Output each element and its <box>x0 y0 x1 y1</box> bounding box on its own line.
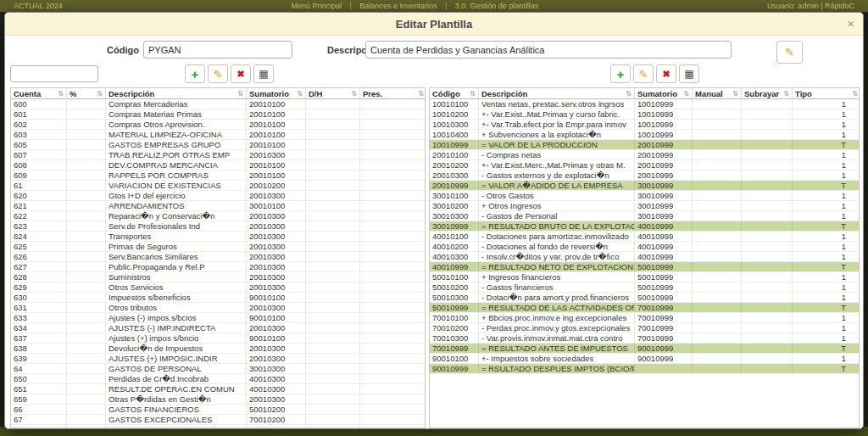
column-header-sumatorio[interactable]: Sumatorio ⇅ <box>635 88 693 98</box>
table-row[interactable]: 631Otros tributos20010300 <box>11 303 425 313</box>
table-row[interactable]: 628Suministros20010300 <box>11 272 425 282</box>
table-row[interactable]: 638Devoluci�n de Impuestos20010300 <box>11 344 425 354</box>
table-row[interactable]: 626Serv.Bancarios Similares20010300 <box>11 252 425 262</box>
sort-icon[interactable]: ⇅ <box>418 90 424 98</box>
table-row[interactable]: 90010100+- Impuestos sobre sociedades900… <box>430 354 859 364</box>
delete-code-button[interactable]: ✖ <box>656 64 676 83</box>
table-row[interactable]: 10010200+- Var.Exist.,Mat.Primas y curso… <box>430 109 859 120</box>
column-header-descripcion[interactable]: Descripción ⇅ <box>106 88 247 98</box>
table-row[interactable]: 10010999= VALOR DE LA PRODUCCION20010999… <box>430 140 859 150</box>
table-row[interactable]: 625Primas de Seguros20010300 <box>11 242 425 252</box>
column-header-sumatorio[interactable]: Sumatorio ⇅ <box>247 88 306 98</box>
nav-menu-principal[interactable]: Menú Principal <box>291 2 342 10</box>
nav-balances-inventarios[interactable]: Balances e Inventarios <box>359 2 437 10</box>
table-row[interactable]: 623Serv.de Profesionales Ind20010300 <box>11 221 425 232</box>
table-row[interactable]: 20010300- Gastos externos y de explotaci… <box>430 170 859 181</box>
table-row[interactable]: 30010300- Gastos de Personal300109991 <box>430 211 859 221</box>
table-row[interactable]: 602Compras Otros Aprovision.20010100 <box>11 120 425 130</box>
column-header-cuenta[interactable]: Cuenta ⇅ <box>11 88 67 98</box>
column-header-descripcion[interactable]: Descripción ⇅ <box>479 88 635 98</box>
table-row[interactable]: 67GASTOS EXCEPCIONALES70010200 <box>11 415 425 425</box>
column-header-subrayar[interactable]: Subrayar ⇅ <box>742 88 793 98</box>
table-row[interactable]: 70010300- Var.provis.inmov.inmat.mat.ctr… <box>430 333 859 344</box>
table-row[interactable]: 30010200+ Otros Ingresos300109991 <box>430 201 859 211</box>
table-row[interactable]: 20010999= VALOR A�ADIDO DE LA EMPRESA300… <box>430 181 859 191</box>
table-row[interactable]: 50010999= RESULTADO DE LAS ACTIVIDADES O… <box>430 303 859 313</box>
table-row[interactable]: 90010999= RSULTADO DESPUES IMPTOS (BCIO/… <box>430 364 859 374</box>
nav-gestion-plantillas[interactable]: 3.0. Gestión de plantillas <box>455 2 539 10</box>
sort-icon[interactable]: ⇅ <box>297 90 303 98</box>
sort-icon[interactable]: ⇅ <box>470 90 476 98</box>
add-code-button[interactable]: + <box>610 64 631 83</box>
descripcion-input[interactable] <box>365 41 732 59</box>
table-row[interactable]: 633Ajustes (-) impos.s/bcios90010100 <box>11 313 425 323</box>
table-row[interactable]: 68DOTACION PARA AMORTIZACIO40010100 <box>11 425 425 428</box>
sort-icon[interactable]: ⇅ <box>683 90 689 98</box>
table-row[interactable]: 10010400+ Subvenciones a la explotaci�n1… <box>430 130 859 140</box>
table-row[interactable]: 70010999= RESULTADO ANTES DE IMPUESTOS90… <box>430 344 859 354</box>
table-row[interactable]: 50010100+ Ingresos financieros500109991 <box>430 272 859 282</box>
table-row[interactable]: 650Perdidas de Cr�d.Incobrab40010300 <box>11 374 425 384</box>
table-row[interactable]: 40010300- Insolv.cr�ditos y var. prov.de… <box>430 252 859 262</box>
table-row[interactable]: 637Ajustes (+) impos s/bncio90010100 <box>11 333 425 344</box>
table-row[interactable]: 30010100- Otros Gastos300109991 <box>430 191 859 201</box>
table-row[interactable]: 607TRAB.REALIZ.POR OTRAS EMP20010300 <box>11 150 425 160</box>
delete-account-button[interactable]: ✖ <box>231 64 251 83</box>
table-row[interactable]: 630Impuestos s/beneficios90010100 <box>11 293 425 303</box>
table-row[interactable]: 600Compras Mercaderias20010100 <box>11 99 425 109</box>
table-row[interactable]: 605GASTOS EMPRESAS GRUPO20010100 <box>11 140 425 150</box>
sort-icon[interactable]: ⇅ <box>237 90 243 98</box>
table-row[interactable]: 66GASTOS FINANCIEROS50010200 <box>11 405 425 415</box>
table-row[interactable]: 659Otras P�rdidas en Gesti�n20010300 <box>11 394 425 405</box>
sort-icon[interactable]: ⇅ <box>783 90 789 98</box>
table-row[interactable]: 20010200+- Var.Exist.Merc.,Mat.Primas y … <box>430 160 859 170</box>
table-row[interactable]: 40010200- Dotaciones al fondo de reversi… <box>430 242 859 252</box>
table-row[interactable]: 10010300+- Var.Trab.efect.por la Empr.pa… <box>430 120 859 130</box>
table-row[interactable]: 629Otros Servicios20010300 <box>11 282 425 293</box>
table-row[interactable]: 64GASTOS DE PERSONAL30010300 <box>11 364 425 374</box>
table-row[interactable]: 634AJUSTES (-) IMP.INDIRECTA20010300 <box>11 323 425 333</box>
column-header-pct[interactable]: % ⇅ <box>67 88 106 98</box>
column-header-pres[interactable]: Pres. ⇅ <box>360 88 426 98</box>
edit-template-button[interactable]: ✎ <box>776 41 803 64</box>
table-row[interactable]: 50010200- Gastos financieros500109991 <box>430 282 859 293</box>
table-row[interactable]: 70010100+ Bbcios.proc.inmov.e ing.excepc… <box>430 313 859 323</box>
table-row[interactable]: 40010100- Dotaciones para amortizac.inmo… <box>430 232 859 242</box>
column-header-tipo[interactable]: Tipo ⇅ <box>793 88 860 98</box>
sort-icon[interactable]: ⇅ <box>58 90 64 98</box>
table-row[interactable]: 20010100- Compras netas200109991 <box>430 150 859 160</box>
table-row[interactable]: 50010300- Dotaci�n para amort.y prod.fin… <box>430 293 859 303</box>
table-row[interactable]: 601Compras Materias Primas20010100 <box>11 109 425 120</box>
close-icon[interactable]: × <box>847 16 854 31</box>
sort-icon[interactable]: ⇅ <box>852 90 858 98</box>
table-row[interactable]: 30010999= RESULTADO BRUTO DE LA EXPLOTAC… <box>430 221 859 232</box>
column-header-dh[interactable]: D/H ⇅ <box>306 88 360 98</box>
table-row[interactable]: 622Reparaci�n y Conservaci�n20010300 <box>11 211 425 221</box>
edit-code-button[interactable]: ✎ <box>633 64 654 83</box>
table-row[interactable]: 608DEV.COMPRAS MERCANCIA20010100 <box>11 160 425 170</box>
grid-view-button[interactable]: ▦ <box>679 64 699 83</box>
table-row[interactable]: 603MATERIAL LIMPIEZA-OFICINA20010100 <box>11 130 425 140</box>
add-account-button[interactable]: + <box>185 64 205 83</box>
table-row[interactable]: 10010100Ventas netas, prestac.serv.otros… <box>430 99 859 109</box>
column-header-codigo[interactable]: Código ⇅ <box>430 88 479 98</box>
sort-icon[interactable]: ⇅ <box>351 90 357 98</box>
codigo-input[interactable] <box>143 41 292 59</box>
sort-icon[interactable]: ⇅ <box>97 90 103 98</box>
column-header-manual[interactable]: Manual ⇅ <box>693 88 742 98</box>
grid-view-button[interactable]: ▦ <box>253 64 274 83</box>
edit-account-button[interactable]: ✎ <box>208 64 228 83</box>
sort-icon[interactable]: ⇅ <box>732 90 738 98</box>
table-row[interactable]: 40010999= RESULTADO NETO DE EXPLOTACION5… <box>430 262 859 272</box>
table-row[interactable]: 624Transportes20010300 <box>11 232 425 242</box>
sort-icon[interactable]: ⇅ <box>626 90 632 98</box>
table-row[interactable]: 620Gtos I+D del ejercicio20010300 <box>11 191 425 201</box>
table-row[interactable]: 70010200- Perdas.proc.inmov.y gtos.excep… <box>430 323 859 333</box>
table-row[interactable]: 621ARRENDAMIENTOS30010100 <box>11 201 425 211</box>
table-row[interactable]: 639AJUSTES (+) IMPOSIC.INDIR20010300 <box>11 354 425 364</box>
table-row[interactable]: 609RAPPELS POR COMPRAS20010100 <box>11 170 425 181</box>
table-row[interactable]: 651RESULT.DE OPERAC.EN COMUN40010300 <box>11 384 425 394</box>
left-search-input[interactable] <box>10 65 98 82</box>
table-row[interactable]: 61VARIACION DE EXISTENCIAS20010200 <box>11 181 425 191</box>
table-row[interactable]: 627Public.Propaganda y Rel.P20010300 <box>11 262 425 272</box>
